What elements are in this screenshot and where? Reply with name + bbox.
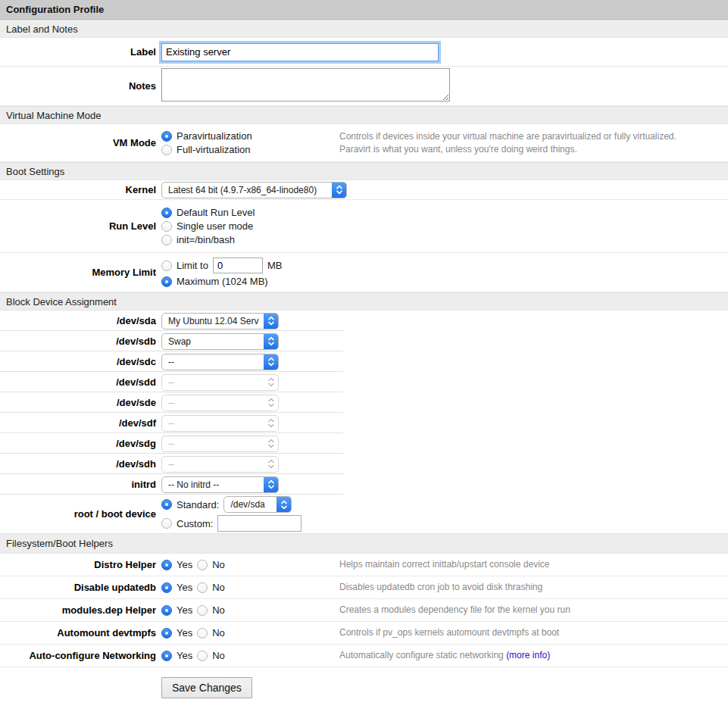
radio-full-virtualization-label[interactable]: Full-virtualization xyxy=(177,144,251,155)
dev-sdh-label: /dev/sdh xyxy=(0,458,156,470)
radio-default-run-level-label[interactable]: Default Run Level xyxy=(177,207,255,218)
modules-dep-helper-label: modules.dep Helper xyxy=(0,604,156,616)
notes-textarea[interactable] xyxy=(161,68,450,101)
no-label[interactable]: No xyxy=(212,604,225,616)
dev-sdh-row: /dev/sdh -- xyxy=(0,454,728,474)
root-boot-device-row: root / boot device Standard: /dev/sda Cu… xyxy=(0,495,728,533)
radio-distro-helper-no[interactable] xyxy=(197,560,208,570)
dev-sdg-row: /dev/sdg -- xyxy=(0,433,728,454)
dev-sdg-label: /dev/sdg xyxy=(0,438,156,449)
select-stepper-icon xyxy=(264,436,278,452)
yes-label[interactable]: Yes xyxy=(177,604,192,616)
radio-automount-devtmpfs-no[interactable] xyxy=(197,628,208,639)
radio-standard-boot-label[interactable]: Standard: xyxy=(177,499,219,510)
dev-sdf-row: /dev/sdf -- xyxy=(0,413,728,433)
no-label[interactable]: No xyxy=(212,582,225,593)
dev-sde-row: /dev/sde -- xyxy=(0,392,728,413)
vm-mode-help: Controls if devices inside your virtual … xyxy=(339,130,728,156)
section-filesystem-boot-helpers: Filesystem/Boot Helpers xyxy=(0,533,728,554)
radio-limit-to-label[interactable]: Limit to xyxy=(177,260,208,271)
radio-automount-devtmpfs-yes[interactable] xyxy=(161,628,172,639)
dev-sde-label: /dev/sde xyxy=(0,397,156,408)
yes-label[interactable]: Yes xyxy=(177,582,192,593)
dev-sdf-label: /dev/sdf xyxy=(0,417,156,429)
initrd-select[interactable]: -- No initrd -- xyxy=(161,476,279,493)
select-stepper-icon xyxy=(277,496,291,513)
kernel-label: Kernel xyxy=(0,184,156,195)
custom-boot-device-input[interactable] xyxy=(217,515,302,532)
radio-default-run-level[interactable] xyxy=(161,208,172,218)
dev-sdd-label: /dev/sdd xyxy=(0,376,156,388)
save-button[interactable]: Save Changes xyxy=(161,677,252,698)
radio-maximum-memory-label[interactable]: Maximum (1024 MB) xyxy=(177,276,268,287)
page-title: Configuration Profile xyxy=(0,0,728,20)
select-stepper-icon xyxy=(264,333,278,350)
label-field-label: Label xyxy=(0,46,156,58)
more-info-link[interactable]: (more info) xyxy=(506,650,550,660)
automount-devtmpfs-label: Automount devtmpfs xyxy=(0,627,156,639)
save-row: Save Changes xyxy=(0,667,728,708)
select-stepper-icon xyxy=(264,476,278,493)
dev-sdc-row: /dev/sdc -- xyxy=(0,351,728,372)
modules-dep-helper-help: Creates a modules dependency file for th… xyxy=(339,604,728,617)
select-stepper-icon xyxy=(264,354,278,370)
radio-auto-configure-networking-no[interactable] xyxy=(197,651,208,661)
label-input[interactable] xyxy=(161,43,439,61)
radio-limit-to[interactable] xyxy=(161,261,172,271)
dev-sda-select[interactable]: My Ubuntu 12.04 Server xyxy=(161,313,279,329)
memory-unit-label: MB xyxy=(267,260,283,271)
select-stepper-icon xyxy=(264,415,278,432)
radio-full-virtualization[interactable] xyxy=(161,145,172,155)
disable-updatedb-row: Disable updatedb Yes No Disables updated… xyxy=(0,576,728,599)
radio-init-bin-bash-label[interactable]: init=/bin/bash xyxy=(177,234,235,245)
vm-mode-row: VM Mode Paravirtualization Full-virtuali… xyxy=(0,124,728,162)
dev-sdg-select: -- xyxy=(161,436,279,452)
auto-configure-networking-row: Auto-configure Networking Yes No Automat… xyxy=(0,645,728,667)
memory-limit-input[interactable] xyxy=(213,258,263,273)
select-stepper-icon xyxy=(264,313,278,329)
radio-maximum-memory[interactable] xyxy=(161,276,172,287)
dev-sdb-select[interactable]: Swap xyxy=(161,333,279,350)
radio-paravirtualization-label[interactable]: Paravirtualization xyxy=(177,130,252,142)
section-block-device-assignment: Block Device Assignment xyxy=(0,292,728,311)
radio-distro-helper-yes[interactable] xyxy=(161,560,172,570)
dev-sda-label: /dev/sda xyxy=(0,315,156,326)
radio-disable-updatedb-no[interactable] xyxy=(197,582,208,593)
radio-auto-configure-networking-yes[interactable] xyxy=(161,651,172,661)
notes-field-label: Notes xyxy=(0,80,156,92)
label-row: Label xyxy=(0,38,728,67)
radio-disable-updatedb-yes[interactable] xyxy=(161,582,172,593)
disable-updatedb-help: Disables updatedb cron job to avoid disk… xyxy=(339,581,728,594)
radio-init-bin-bash[interactable] xyxy=(161,235,172,245)
yes-label[interactable]: Yes xyxy=(177,559,192,570)
distro-helper-help: Helps maintain correct inittab/upstart c… xyxy=(339,558,728,571)
radio-paravirtualization[interactable] xyxy=(161,131,172,142)
radio-modules-dep-yes[interactable] xyxy=(161,605,172,616)
no-label[interactable]: No xyxy=(212,627,225,639)
radio-custom-boot[interactable] xyxy=(161,518,172,529)
yes-label[interactable]: Yes xyxy=(177,650,192,661)
radio-custom-boot-label[interactable]: Custom: xyxy=(177,518,213,529)
root-boot-device-label: root / boot device xyxy=(0,508,156,520)
radio-single-user-mode-label[interactable]: Single user mode xyxy=(177,220,253,232)
kernel-select[interactable]: Latest 64 bit (4.9.7-x86_64-linode80) xyxy=(161,182,347,198)
no-label[interactable]: No xyxy=(212,559,225,570)
section-virtual-machine-mode: Virtual Machine Mode xyxy=(0,106,728,124)
dev-sde-select: -- xyxy=(161,395,279,411)
yes-label[interactable]: Yes xyxy=(177,627,192,639)
auto-configure-networking-label: Auto-configure Networking xyxy=(0,650,156,661)
standard-boot-device-select[interactable]: /dev/sda xyxy=(223,496,292,513)
automount-devtmpfs-help: Controls if pv_ops kernels automount dev… xyxy=(339,626,728,639)
section-boot-settings: Boot Settings xyxy=(0,162,728,180)
dev-sdb-row: /dev/sdb Swap xyxy=(0,331,728,351)
dev-sdd-select: -- xyxy=(161,374,279,391)
dev-sda-row: /dev/sda My Ubuntu 12.04 Server xyxy=(0,311,728,331)
run-level-row: Run Level Default Run Level Single user … xyxy=(0,200,728,253)
radio-single-user-mode[interactable] xyxy=(161,221,172,232)
radio-standard-boot[interactable] xyxy=(161,499,172,510)
no-label[interactable]: No xyxy=(212,650,225,661)
dev-sdf-select: -- xyxy=(161,415,279,432)
auto-configure-networking-help: Automatically configure static networkin… xyxy=(339,649,728,662)
radio-modules-dep-no[interactable] xyxy=(197,605,208,616)
dev-sdc-select[interactable]: -- xyxy=(161,354,279,370)
